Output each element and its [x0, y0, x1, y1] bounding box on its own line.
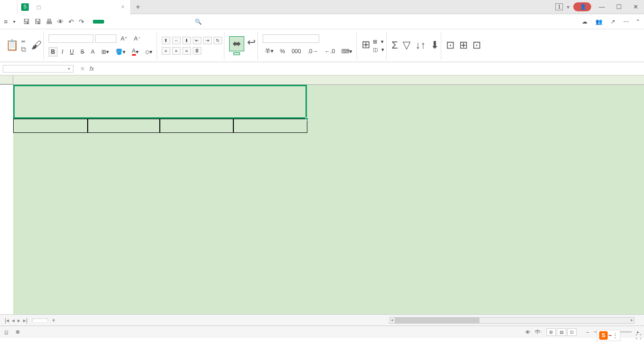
cell-button[interactable]: ⊡	[446, 39, 454, 52]
clear-format-button[interactable]: ◇▾	[143, 47, 155, 57]
view-page-icon[interactable]: ▤	[557, 328, 566, 336]
tab-home[interactable]	[0, 0, 17, 14]
print-icon[interactable]: 🖶	[46, 18, 52, 25]
underline-button[interactable]: U	[67, 47, 76, 57]
horizontal-scrollbar[interactable]: ◂ ▸	[389, 317, 635, 324]
unsync-button[interactable]: ☁	[582, 18, 589, 25]
border-button[interactable]: ⊞▾	[99, 47, 111, 57]
align-right-icon[interactable]: ≡	[182, 47, 191, 55]
more-icon[interactable]: ⋯	[623, 18, 629, 25]
font-color-button[interactable]: A▾	[130, 46, 141, 57]
eye-icon[interactable]: 👁	[525, 329, 530, 335]
decrease-font-icon[interactable]: A⁻	[132, 34, 143, 43]
formula-input[interactable]	[99, 65, 640, 73]
align-bottom-icon[interactable]: ⬇	[182, 37, 191, 44]
align-justify-icon[interactable]: ≣	[193, 47, 201, 55]
cr-icon[interactable]: ⌼	[5, 329, 8, 335]
cell-style-button[interactable]: ◫ ▾	[373, 47, 384, 53]
share-button[interactable]: ↗	[611, 18, 617, 25]
tab-view[interactable]	[165, 20, 166, 24]
ime-badge[interactable]: S ⋮	[597, 330, 620, 341]
increase-decimal-icon[interactable]: .0→	[305, 47, 320, 56]
selection-handle[interactable]	[305, 117, 308, 120]
badge-icon[interactable]: 1	[555, 3, 563, 10]
paste-button[interactable]: 📋	[6, 39, 18, 52]
save-as-icon[interactable]: 🖫	[34, 18, 41, 25]
zoom-out-icon[interactable]: −	[586, 329, 589, 335]
header-cell[interactable]	[13, 119, 88, 133]
thousands-icon[interactable]: 000	[289, 47, 303, 56]
increase-font-icon[interactable]: A⁺	[118, 34, 130, 43]
align-left-icon[interactable]: ≡	[162, 47, 170, 55]
decrease-decimal-icon[interactable]: ←.0	[322, 47, 337, 56]
login-button[interactable]: 👤	[573, 2, 591, 11]
wrap-button[interactable]: ↩	[247, 36, 256, 55]
dropdown-icon[interactable]: ▾	[567, 4, 570, 10]
close-icon[interactable]: ✕	[629, 1, 642, 12]
cut-button[interactable]: ✂	[21, 39, 28, 45]
font-select[interactable]	[49, 34, 93, 43]
scroll-right-icon[interactable]: ▸	[631, 318, 633, 322]
zh-icon[interactable]: 中·	[535, 328, 542, 335]
minimize-icon[interactable]: —	[595, 1, 609, 12]
collapse-ribbon-icon[interactable]: ⌃	[636, 18, 640, 25]
sheet-add-button[interactable]: +	[48, 316, 59, 325]
view-break-icon[interactable]: ⊡	[567, 328, 577, 336]
worksheet-button[interactable]: ⊡	[472, 39, 481, 52]
redo-icon[interactable]: ↷	[79, 18, 84, 25]
font-effect-button[interactable]: A	[89, 47, 97, 57]
copy-button[interactable]: ⿻	[21, 47, 28, 52]
cells[interactable]	[13, 85, 644, 314]
print-preview-icon[interactable]: 👁	[57, 18, 64, 25]
tab-start[interactable]	[93, 20, 104, 24]
cancel-fx-icon[interactable]: ✕	[80, 65, 85, 72]
percent-icon[interactable]: %	[278, 47, 288, 56]
tab-file[interactable]: S ◻ ×	[17, 0, 130, 14]
hamburger-icon[interactable]: ≡	[4, 18, 8, 25]
select-all-corner[interactable]	[0, 75, 13, 84]
expand-icon[interactable]: ⛶	[636, 334, 641, 340]
search-box[interactable]: 🔍	[195, 18, 204, 25]
fx-icon[interactable]: fx	[90, 65, 94, 72]
sheet-prev-icon[interactable]: ◂	[12, 317, 15, 324]
rowcol-button[interactable]: ⊞	[459, 39, 468, 52]
indent-right-icon[interactable]: ⇥	[203, 37, 212, 44]
header-cell[interactable]	[233, 119, 307, 133]
table-title[interactable]	[13, 85, 307, 119]
fill-button[interactable]: ⬇	[430, 39, 439, 52]
maximize-icon[interactable]: ☐	[612, 1, 626, 12]
name-box[interactable]: ▾	[3, 65, 74, 73]
stats-icon[interactable]: ⊕	[16, 329, 20, 335]
sheet-first-icon[interactable]: |◂	[5, 317, 9, 324]
tab-insert[interactable]	[113, 20, 115, 24]
sheet-next-icon[interactable]: ▸	[17, 317, 20, 324]
sort-button[interactable]: ↓↑	[415, 39, 426, 52]
format-type-icon[interactable]: ⌨▾	[339, 47, 355, 56]
italic-button[interactable]: I	[59, 47, 66, 57]
merge-button[interactable]: ⬌	[229, 36, 244, 55]
popout-icon[interactable]: ◻	[34, 4, 43, 10]
header-cell[interactable]	[88, 119, 160, 133]
tab-close-icon[interactable]: ×	[119, 4, 126, 10]
sheet-last-icon[interactable]: ▸|	[23, 317, 27, 324]
currency-icon[interactable]: 羊▾	[263, 46, 276, 57]
scroll-left-icon[interactable]: ◂	[391, 318, 393, 322]
tab-review[interactable]	[154, 20, 156, 24]
cond-format-button[interactable]: ⊞	[362, 39, 370, 53]
undo-icon[interactable]: ↶	[68, 18, 74, 25]
tab-layout[interactable]	[123, 20, 125, 24]
header-cell[interactable]	[160, 119, 233, 133]
table-style-button[interactable]: ⊞ ▾	[373, 39, 384, 45]
tab-add[interactable]: +	[130, 0, 146, 14]
view-normal-icon[interactable]: ⊞	[546, 328, 556, 336]
file-menu[interactable]: ▾	[12, 19, 16, 24]
tab-member[interactable]	[185, 20, 187, 24]
number-format-select[interactable]	[263, 34, 319, 43]
size-select[interactable]	[95, 34, 116, 43]
fill-color-button[interactable]: 🪣▾	[113, 47, 128, 57]
scroll-thumb[interactable]	[395, 318, 479, 323]
tab-formula[interactable]	[133, 20, 135, 24]
bold-button[interactable]: B	[49, 47, 58, 57]
align-top-icon[interactable]: ⬆	[162, 37, 170, 44]
filter-button[interactable]: ▽	[403, 39, 411, 52]
